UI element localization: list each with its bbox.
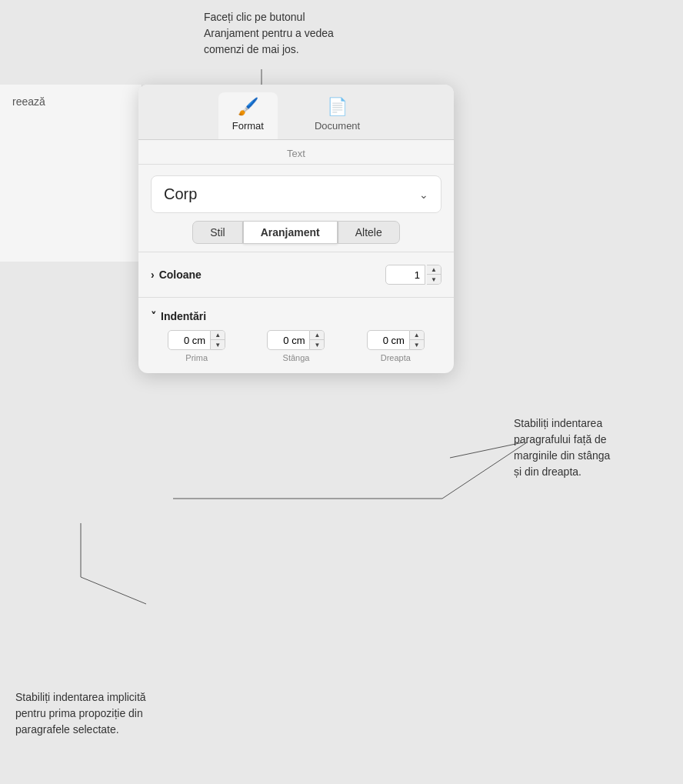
indent-dreapta-field: ▲ ▼ Dreapta <box>350 330 441 362</box>
corp-dropdown[interactable]: Corp ⌄ <box>151 175 441 213</box>
indentari-header: ˅ Indentări <box>138 302 454 327</box>
format-icon: 🖌️ <box>238 97 258 117</box>
indent-prima-field: ▲ ▼ Prima <box>151 330 242 362</box>
indent-stanga-input[interactable] <box>267 330 310 350</box>
indentari-collapse-icon[interactable]: ˅ <box>151 310 156 322</box>
callout-bottom: Stabiliți indentarea implicită pentru pr… <box>15 689 200 738</box>
tab-stil[interactable]: Stil <box>192 221 242 244</box>
coloane-arrows: ▲ ▼ <box>427 265 441 285</box>
svg-line-1 <box>450 442 523 458</box>
indent-dreapta-row: ▲ ▼ <box>367 330 425 350</box>
coloane-row: › Coloane ▲ ▼ <box>138 257 454 292</box>
indentari-controls: ▲ ▼ Prima ▲ ▼ Stânga ▲ ▼ <box>138 327 454 373</box>
coloane-decrement[interactable]: ▼ <box>427 275 441 284</box>
indent-stanga-arrows: ▲ ▼ <box>310 330 325 350</box>
left-panel-text: reează <box>12 95 134 108</box>
tab-document[interactable]: 📄 Document <box>301 92 374 139</box>
panel-toolbar: 🖌️ Format 📄 Document <box>138 85 454 140</box>
indent-stanga-row: ▲ ▼ <box>267 330 325 350</box>
indent-prima-increment[interactable]: ▲ <box>211 331 225 340</box>
tab-altele[interactable]: Altele <box>338 221 400 244</box>
indent-stanga-decrement[interactable]: ▼ <box>310 340 324 349</box>
indent-prima-arrows: ▲ ▼ <box>211 330 225 350</box>
expand-icon[interactable]: › <box>151 269 155 281</box>
coloane-input[interactable] <box>385 265 425 285</box>
callout-top: Faceți clic pe butonul Aranjament pentru… <box>204 9 388 58</box>
indent-stanga-field: ▲ ▼ Stânga <box>250 330 342 362</box>
format-tab-label: Format <box>232 120 264 132</box>
coloane-increment[interactable]: ▲ <box>427 265 441 275</box>
coloane-label: › Coloane <box>151 269 202 281</box>
indent-dreapta-arrows: ▲ ▼ <box>410 330 425 350</box>
main-panel: 🖌️ Format 📄 Document Text Corp ⌄ Stil Ar… <box>138 85 454 373</box>
indent-dreapta-label: Dreapta <box>381 353 411 362</box>
indent-prima-label: Prima <box>185 353 208 362</box>
coloane-stepper: ▲ ▼ <box>385 265 441 285</box>
divider-1 <box>138 252 454 252</box>
indentari-label: Indentări <box>161 310 206 322</box>
document-tab-label: Document <box>315 120 360 132</box>
indent-stanga-increment[interactable]: ▲ <box>310 331 324 340</box>
chevron-down-icon: ⌄ <box>419 188 428 201</box>
indent-dreapta-input[interactable] <box>367 330 410 350</box>
tab-format[interactable]: 🖌️ Format <box>218 92 278 139</box>
left-panel-edge: reează <box>0 85 142 262</box>
indent-dreapta-decrement[interactable]: ▼ <box>410 340 424 349</box>
tab-aranjament[interactable]: Aranjament <box>243 221 338 244</box>
indent-stanga-label: Stânga <box>283 353 310 362</box>
segment-tabs: Stil Aranjament Altele <box>151 221 441 244</box>
indent-prima-input[interactable] <box>168 330 211 350</box>
document-icon: 📄 <box>327 97 348 117</box>
callout-right: Stabiliți indentarea paragrafului față d… <box>514 415 668 480</box>
section-text-header: Text <box>138 140 454 165</box>
svg-line-3 <box>81 577 146 604</box>
indent-dreapta-increment[interactable]: ▲ <box>410 331 424 340</box>
corp-label: Corp <box>164 185 197 203</box>
indent-prima-row: ▲ ▼ <box>168 330 225 350</box>
indent-prima-decrement[interactable]: ▼ <box>211 340 225 349</box>
divider-2 <box>138 297 454 298</box>
